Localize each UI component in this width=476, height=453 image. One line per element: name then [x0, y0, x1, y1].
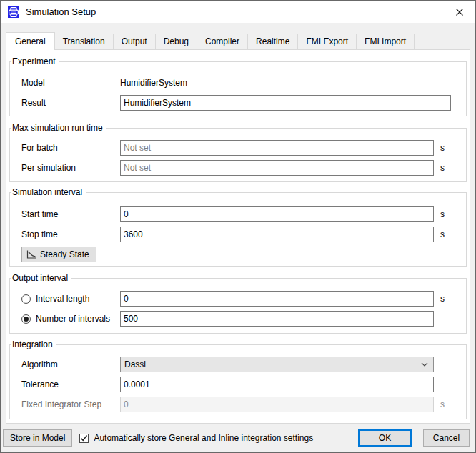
- close-button[interactable]: [443, 1, 475, 23]
- interval-length-radio[interactable]: [21, 294, 31, 304]
- per-simulation-label: Per simulation: [21, 163, 120, 173]
- simulation-interval-caption: Simulation interval: [11, 187, 86, 198]
- interval-length-unit: s: [434, 294, 451, 304]
- cancel-button[interactable]: Cancel: [423, 429, 470, 447]
- dialog-body: General Translation Output Debug Compile…: [1, 23, 475, 452]
- number-of-intervals-row: Number of intervals: [21, 309, 451, 329]
- general-tab-page: Experiment Model HumidifierSystem Result…: [6, 49, 470, 424]
- integration-group: Integration Algorithm Dassl Tolerance: [9, 344, 467, 419]
- model-value: HumidifierSystem: [120, 78, 451, 88]
- tab-debug[interactable]: Debug: [155, 34, 197, 49]
- stop-time-row: Stop time s: [21, 224, 451, 244]
- start-time-row: Start time s: [21, 204, 451, 224]
- auto-store-checkbox-label[interactable]: Automatically store General and Inline i…: [94, 433, 313, 443]
- start-time-unit: s: [434, 209, 451, 219]
- tab-realtime[interactable]: Realtime: [247, 34, 298, 49]
- steady-state-button[interactable]: Steady State: [21, 247, 96, 262]
- stop-time-input[interactable]: [120, 226, 434, 242]
- output-interval-group: Output interval Interval length s Number…: [9, 278, 467, 334]
- tab-translation[interactable]: Translation: [54, 34, 114, 49]
- tab-bar: General Translation Output Debug Compile…: [6, 32, 470, 49]
- model-row: Model HumidifierSystem: [21, 73, 451, 93]
- interval-length-input[interactable]: [120, 291, 434, 307]
- interval-length-label[interactable]: Interval length: [36, 294, 89, 304]
- output-interval-caption: Output interval: [11, 273, 71, 284]
- window-title: Simulation Setup: [26, 6, 96, 17]
- start-time-input[interactable]: [120, 206, 434, 222]
- fixed-step-row: Fixed Integrator Step s: [21, 394, 451, 414]
- auto-store-checkbox[interactable]: [79, 434, 89, 443]
- simulation-setup-dialog: Simulation Setup General Translation Out…: [0, 0, 476, 453]
- experiment-caption: Experiment: [11, 56, 59, 67]
- stop-time-label: Stop time: [21, 229, 120, 239]
- stop-time-unit: s: [434, 229, 451, 239]
- max-run-time-group: Max simulation run time For batch s Per …: [9, 128, 467, 182]
- tab-fmi-export[interactable]: FMI Export: [297, 34, 357, 49]
- result-label: Result: [21, 98, 120, 108]
- for-batch-label: For batch: [21, 143, 120, 153]
- chevron-down-icon: [421, 362, 428, 367]
- result-row: Result: [21, 93, 451, 113]
- start-time-label: Start time: [21, 209, 120, 219]
- dymola-simulation-icon: [8, 6, 19, 18]
- per-simulation-input[interactable]: [120, 160, 434, 176]
- tab-output[interactable]: Output: [113, 34, 156, 49]
- close-icon: [455, 8, 464, 16]
- max-run-time-caption: Max simulation run time: [11, 123, 106, 134]
- footer-bar: Store in Model Automatically store Gener…: [3, 424, 472, 452]
- fixed-step-input: [120, 397, 434, 412]
- fixed-step-label: Fixed Integrator Step: [21, 399, 120, 409]
- store-in-model-button[interactable]: Store in Model: [3, 429, 72, 447]
- experiment-group: Experiment Model HumidifierSystem Result: [9, 61, 467, 116]
- checkmark-icon: [80, 434, 88, 442]
- model-label: Model: [21, 78, 120, 88]
- simulation-interval-group: Simulation interval Start time s Stop ti…: [9, 192, 467, 267]
- tab-compiler[interactable]: Compiler: [197, 34, 248, 49]
- per-simulation-unit: s: [434, 163, 451, 173]
- algorithm-label: Algorithm: [21, 359, 120, 369]
- algorithm-value: Dassl: [124, 359, 146, 369]
- tolerance-input[interactable]: [120, 377, 434, 392]
- tab-fmi-import[interactable]: FMI Import: [356, 34, 415, 49]
- number-of-intervals-label[interactable]: Number of intervals: [36, 314, 110, 324]
- fixed-step-unit: s: [434, 399, 451, 409]
- number-of-intervals-input[interactable]: [120, 311, 434, 327]
- integration-caption: Integration: [11, 339, 56, 350]
- algorithm-dropdown[interactable]: Dassl: [120, 357, 434, 372]
- steady-state-plot-icon: [26, 250, 36, 259]
- ok-button[interactable]: OK: [358, 429, 412, 447]
- for-batch-unit: s: [434, 143, 451, 153]
- tolerance-label: Tolerance: [21, 379, 120, 389]
- interval-length-row: Interval length s: [21, 289, 451, 309]
- algorithm-row: Algorithm Dassl: [21, 354, 451, 374]
- titlebar: Simulation Setup: [1, 1, 475, 23]
- tab-general[interactable]: General: [6, 32, 55, 50]
- per-simulation-row: Per simulation s: [21, 158, 451, 178]
- number-of-intervals-radio[interactable]: [21, 314, 31, 324]
- result-input[interactable]: [120, 95, 451, 111]
- for-batch-row: For batch s: [21, 138, 451, 158]
- steady-state-label: Steady State: [40, 249, 89, 259]
- tolerance-row: Tolerance: [21, 374, 451, 394]
- for-batch-input[interactable]: [120, 140, 434, 156]
